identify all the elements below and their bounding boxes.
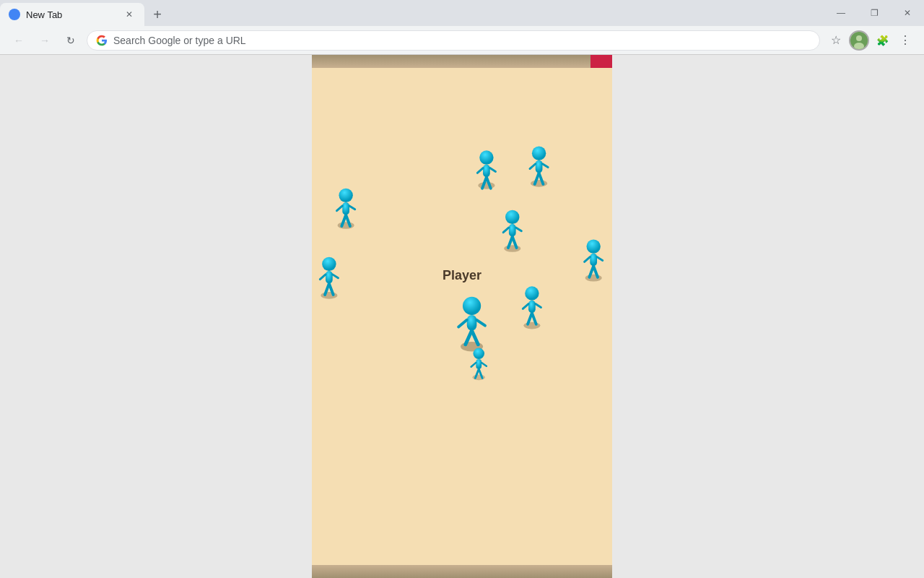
svg-line-30 xyxy=(476,320,485,326)
char5-body xyxy=(590,254,597,266)
tab-close-button[interactable]: ✕ xyxy=(123,8,136,21)
shadow-4 xyxy=(504,245,520,252)
content-area: Player xyxy=(0,55,924,578)
follower-shadow xyxy=(473,374,485,380)
address-bar: ← → ↻ Search Google or type a URL ☆ xyxy=(0,26,924,55)
google-logo-icon xyxy=(96,35,108,46)
url-input[interactable]: Search Google or type a URL xyxy=(113,35,811,46)
maximize-button[interactable]: ❐ xyxy=(858,0,891,26)
char1-head xyxy=(479,150,493,164)
bookmark-button[interactable]: ☆ xyxy=(826,30,846,51)
char4-body xyxy=(509,224,516,236)
game-container: Player xyxy=(312,55,612,578)
player-head xyxy=(463,297,481,315)
shadow-7 xyxy=(523,322,540,329)
address-bar-actions: ☆ 🧩 ⋮ xyxy=(826,30,915,51)
window-controls: — ❐ ✕ xyxy=(824,0,924,26)
tab-new-tab[interactable]: New Tab ✕ xyxy=(0,3,144,26)
forward-button[interactable]: → xyxy=(35,30,55,51)
player-body xyxy=(467,315,477,330)
svg-line-22 xyxy=(597,257,603,261)
svg-line-25 xyxy=(320,275,326,280)
new-tab-button[interactable]: + xyxy=(147,4,167,25)
svg-line-37 xyxy=(523,304,528,309)
svg-line-10 xyxy=(542,164,548,168)
shadow-6 xyxy=(321,292,337,299)
svg-line-33 xyxy=(471,363,476,367)
char3-head xyxy=(339,189,352,202)
follower-head xyxy=(474,348,485,360)
url-bar[interactable]: Search Google or type a URL xyxy=(87,30,820,51)
svg-line-38 xyxy=(536,304,541,308)
char7-body xyxy=(528,301,536,313)
game-svg xyxy=(312,68,612,565)
reload-button[interactable]: ↻ xyxy=(61,30,81,51)
extensions-button[interactable]: 🧩 xyxy=(872,30,892,51)
bottom-wall xyxy=(312,565,612,578)
tab-bar: New Tab ✕ + — ❐ ✕ xyxy=(0,0,924,26)
char6-head xyxy=(322,257,336,271)
svg-line-17 xyxy=(503,228,509,233)
char2-body xyxy=(536,160,543,173)
player-label: Player xyxy=(443,268,481,283)
shadow-1 xyxy=(478,182,494,189)
char4-head xyxy=(505,210,519,224)
char5-head xyxy=(586,239,600,253)
back-button[interactable]: ← xyxy=(9,30,29,51)
char6-body xyxy=(326,271,333,283)
svg-line-29 xyxy=(458,320,467,327)
top-wall xyxy=(312,55,612,68)
tab-title: New Tab xyxy=(26,9,117,20)
svg-point-1 xyxy=(856,35,862,41)
svg-line-34 xyxy=(481,363,487,366)
shadow-3 xyxy=(338,222,354,229)
svg-line-6 xyxy=(490,168,496,172)
follower-body xyxy=(476,359,481,369)
svg-line-14 xyxy=(349,206,355,210)
chrome-browser: New Tab ✕ + — ❐ ✕ ← → ↻ Search Google or… xyxy=(0,0,924,578)
tab-favicon xyxy=(9,9,20,20)
minimize-button[interactable]: — xyxy=(824,0,858,26)
svg-line-21 xyxy=(585,257,590,262)
char1-body xyxy=(483,165,490,177)
red-marker xyxy=(590,55,612,68)
close-button[interactable]: ✕ xyxy=(891,0,924,26)
svg-line-18 xyxy=(516,228,522,231)
svg-line-13 xyxy=(337,206,343,211)
shadow-2 xyxy=(531,180,547,187)
char2-head xyxy=(532,147,546,160)
shadow-5 xyxy=(585,275,602,282)
svg-line-5 xyxy=(477,168,483,173)
profile-icon xyxy=(850,32,868,49)
char7-head xyxy=(525,286,539,300)
svg-line-9 xyxy=(530,164,536,169)
menu-button[interactable]: ⋮ xyxy=(895,30,915,51)
svg-line-26 xyxy=(333,275,339,278)
profile-avatar[interactable] xyxy=(849,30,869,51)
char3-body xyxy=(342,202,349,215)
